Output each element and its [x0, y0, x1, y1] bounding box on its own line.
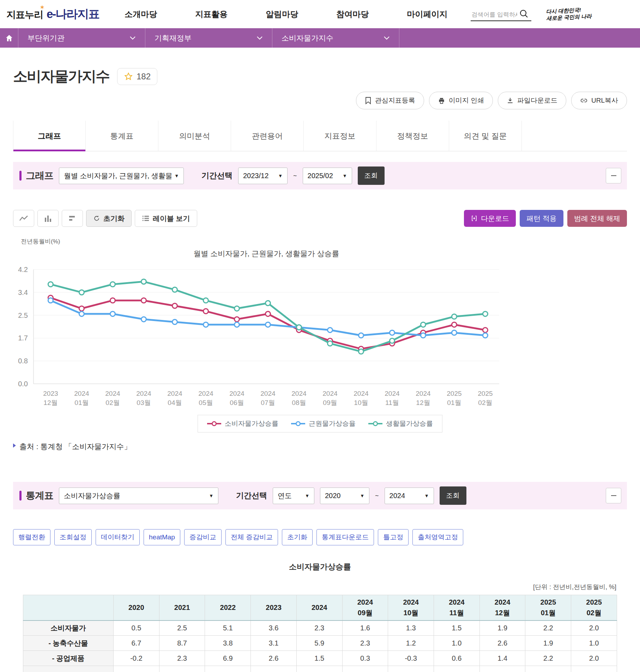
favorite-badge[interactable]: 182 — [117, 68, 157, 85]
table-tool-button-4[interactable]: 증감비교 — [184, 529, 222, 545]
tab-policy-info[interactable]: 정책정보 — [376, 121, 449, 151]
bar-chart-type-button[interactable] — [37, 210, 59, 227]
show-labels-button[interactable]: 레이블 보기 — [135, 210, 197, 227]
stats-collapse-button[interactable] — [606, 488, 621, 503]
table-tool-button-2[interactable]: 데이터찾기 — [96, 529, 140, 545]
table-cell: 1.4 — [479, 651, 525, 666]
chart-data-point[interactable] — [358, 349, 363, 354]
table-tool-button-1[interactable]: 조회설정 — [54, 529, 92, 545]
chart-data-point[interactable] — [452, 314, 457, 319]
chart-data-point[interactable] — [141, 317, 146, 322]
chart-data-point[interactable] — [48, 282, 53, 287]
graph-series-select[interactable]: 월별 소비자물가, 근원물가, 생활물가 상▼ — [59, 168, 184, 184]
tab-indicator-info[interactable]: 지표정보 — [304, 121, 376, 151]
legend-item-1[interactable]: 근원물가상승율 — [291, 419, 356, 428]
table-row-partial — [23, 666, 617, 672]
chart-data-point[interactable] — [358, 333, 363, 338]
chart-data-point[interactable] — [172, 287, 177, 292]
chart-data-point[interactable] — [203, 298, 208, 303]
table-tool-button-7[interactable]: 통계표다운로드 — [316, 529, 374, 545]
chart-data-point[interactable] — [79, 290, 84, 295]
table-tool-button-0[interactable]: 행렬전환 — [13, 529, 50, 545]
chart-data-point[interactable] — [234, 317, 239, 322]
nav-item-participate[interactable]: 참여마당 — [336, 9, 369, 20]
table-tool-button-6[interactable]: 초기화 — [282, 529, 313, 545]
breadcrumb-indicator[interactable]: 소비자물가지수 — [272, 28, 399, 48]
chart-data-point[interactable] — [110, 298, 115, 303]
chart-reset-button[interactable]: 초기화 — [86, 210, 132, 227]
graph-period-from-select[interactable]: 2023/12▼ — [238, 168, 288, 184]
chart-data-point[interactable] — [452, 322, 457, 327]
chart-data-point[interactable] — [79, 311, 84, 316]
chart-data-point[interactable] — [483, 311, 488, 316]
table-cell — [525, 666, 571, 672]
chart-download-button[interactable]: 다운로드 — [464, 210, 516, 227]
register-interest-button[interactable]: 관심지표등록 — [356, 92, 424, 109]
table-tool-button-5[interactable]: 전체 증감비교 — [225, 529, 278, 545]
tab-stats-table[interactable]: 통계표 — [86, 121, 158, 151]
file-download-button[interactable]: 파일다운로드 — [498, 92, 566, 109]
chart-data-point[interactable] — [421, 322, 425, 327]
legend-item-0[interactable]: 소비자물가상승률 — [207, 419, 278, 428]
chart-data-point[interactable] — [390, 338, 394, 343]
table-tool-button-8[interactable]: 틀고정 — [378, 529, 409, 545]
graph-collapse-button[interactable] — [606, 168, 621, 183]
print-image-button[interactable]: 이미지 인쇄 — [429, 92, 493, 109]
tab-meaning[interactable]: 의미분석 — [158, 121, 231, 151]
graph-query-button[interactable]: 조회 — [358, 167, 385, 185]
legend-label: 생활물가상승률 — [386, 419, 433, 428]
breadcrumb-ministry[interactable]: 기획재정부 — [145, 28, 272, 48]
tab-qna[interactable]: 의견 및 질문 — [449, 121, 522, 151]
stat-select[interactable]: 소비자물가상승률▼ — [59, 488, 218, 504]
line-chart-type-button[interactable] — [13, 210, 34, 227]
search-input[interactable] — [471, 11, 517, 18]
chart-data-point[interactable] — [172, 303, 177, 308]
chart-data-point[interactable] — [483, 328, 488, 333]
chart-data-point[interactable] — [79, 306, 84, 311]
table-cell: 2.6 — [251, 651, 297, 666]
chart-data-point[interactable] — [234, 322, 239, 327]
table-tool-button-9[interactable]: 출처영역고정 — [412, 529, 463, 545]
stats-period-to-select[interactable]: 2024▼ — [385, 488, 434, 504]
chart-data-point[interactable] — [172, 320, 177, 325]
chart-data-point[interactable] — [265, 301, 270, 305]
breadcrumb-org-type[interactable]: 부단위기관 — [18, 28, 145, 48]
chart-data-point[interactable] — [203, 309, 208, 314]
legend-item-2[interactable]: 생활물가상승률 — [368, 419, 433, 428]
legend-clear-button[interactable]: 범례 전체 해제 — [567, 210, 627, 227]
nav-item-mypage[interactable]: 마이페이지 — [407, 9, 447, 20]
home-button[interactable] — [0, 28, 18, 48]
period-unit-select[interactable]: 연도▼ — [273, 488, 314, 504]
chart-data-point[interactable] — [327, 328, 332, 333]
chart-data-point[interactable] — [452, 330, 457, 335]
chart-data-point[interactable] — [234, 306, 239, 311]
chart-data-point[interactable] — [296, 325, 301, 330]
chart-data-point[interactable] — [483, 333, 488, 338]
chart-data-point[interactable] — [110, 311, 115, 316]
table-cell: 0.6 — [434, 651, 480, 666]
nav-item-usage[interactable]: 지표활용 — [195, 9, 228, 20]
graph-period-to-select[interactable]: 2025/02▼ — [303, 168, 352, 184]
table-tool-button-3[interactable]: heatMap — [144, 529, 180, 545]
copy-url-button[interactable]: URL복사 — [571, 92, 627, 109]
chart-data-point[interactable] — [141, 298, 146, 303]
search-icon[interactable] — [519, 9, 529, 18]
apply-pattern-button[interactable]: 패턴 적용 — [520, 210, 563, 227]
tab-graph[interactable]: 그래프 — [13, 121, 86, 151]
tab-terms[interactable]: 관련용어 — [231, 121, 304, 151]
chart-data-point[interactable] — [110, 282, 115, 287]
chart-data-point[interactable] — [265, 311, 270, 316]
stats-query-button[interactable]: 조회 — [440, 486, 466, 505]
nav-item-notice[interactable]: 알림마당 — [266, 9, 298, 20]
chart-data-point[interactable] — [265, 322, 270, 327]
nav-item-intro[interactable]: 소개마당 — [125, 9, 157, 20]
chart-data-point[interactable] — [390, 330, 394, 335]
site-logo[interactable]: 지표누리✶ e-나라지표 — [6, 6, 99, 22]
chart-data-point[interactable] — [141, 279, 146, 284]
chart-data-point[interactable] — [48, 298, 53, 303]
chart-data-point[interactable] — [421, 333, 425, 338]
stats-period-from-select[interactable]: 2020▼ — [320, 488, 369, 504]
hbar-chart-type-button[interactable] — [62, 210, 83, 227]
chart-data-point[interactable] — [203, 322, 208, 327]
chart-data-point[interactable] — [327, 341, 332, 346]
